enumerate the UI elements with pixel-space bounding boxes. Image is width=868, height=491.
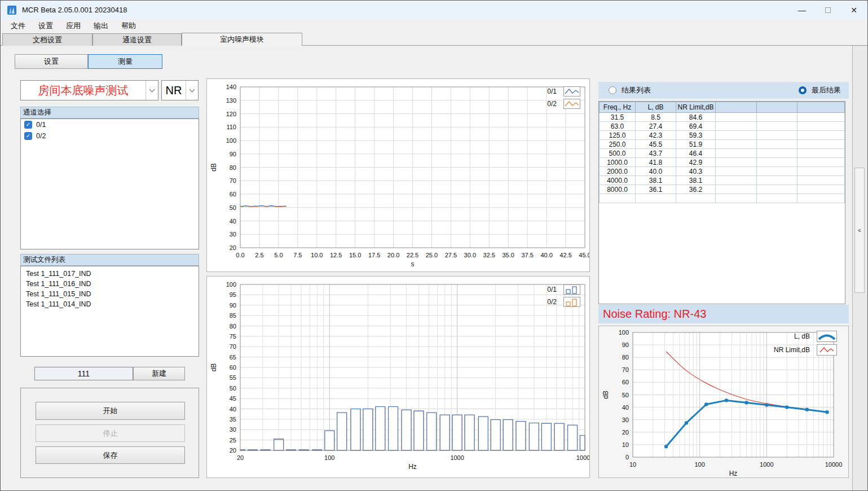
table-cell (797, 149, 845, 158)
table-cell (600, 194, 636, 203)
test-type-select[interactable]: 房间本底噪声测试 (20, 80, 158, 100)
bar-0/1 (440, 415, 450, 450)
minimize-button[interactable]: — (789, 1, 815, 19)
x-axis-tick-label: 17.5 (368, 252, 380, 258)
y-axis-tick-label: 65 (230, 354, 236, 361)
close-button[interactable]: ✕ (841, 1, 867, 19)
menu-apply[interactable]: 应用 (60, 19, 86, 33)
table-cell: 250.0 (600, 140, 636, 149)
table-row[interactable] (600, 194, 845, 203)
y-axis-label: dB (602, 391, 610, 399)
x-axis-label: s (411, 260, 415, 268)
x-axis-tick-label: 15.0 (349, 252, 361, 258)
legend-item: NR Limit,dB (774, 344, 837, 356)
checkbox-checked-icon[interactable]: ✓ (24, 121, 32, 129)
table-cell (797, 167, 845, 176)
radio-group-last-result[interactable]: 最后结果 (799, 85, 841, 95)
checkbox-checked-icon[interactable]: ✓ (24, 132, 32, 140)
channel-item-0-1[interactable]: ✓ 0/1 (21, 119, 199, 130)
list-item[interactable]: Test 1_111_016_IND (21, 279, 199, 289)
table-cell (757, 149, 797, 158)
table-cell: 59.3 (676, 131, 716, 140)
menu-settings[interactable]: 设置 (33, 19, 59, 33)
new-button[interactable]: 新建 (133, 367, 185, 380)
table-cell (757, 113, 797, 122)
legend-swatch-line-icon (817, 344, 837, 356)
table-row[interactable]: 500.043.746.4 (600, 149, 845, 158)
data-point-marker (704, 402, 708, 406)
y-axis-tick-label: 10 (622, 441, 629, 448)
table-cell: 36.1 (636, 185, 676, 194)
radio-group-results-list[interactable]: 结果列表 (609, 85, 651, 95)
table-row[interactable]: 8000.036.136.2 (600, 185, 845, 194)
table-cell: 1000.0 (600, 158, 636, 167)
tab-channel-settings[interactable]: 通道设置 (92, 33, 182, 46)
save-button[interactable]: 保存 (36, 446, 185, 464)
table-cell (676, 194, 716, 203)
x-axis-tick-label: 45.0 (579, 252, 589, 258)
table-row[interactable]: 4000.038.138.1 (600, 176, 845, 185)
list-item[interactable]: Test 1_111_015_IND (21, 289, 199, 299)
y-axis-tick-label: 30 (230, 231, 236, 238)
table-cell (716, 158, 757, 167)
table-header-cell (716, 102, 757, 113)
bar-0/1 (503, 420, 513, 450)
y-axis-tick-label: 30 (622, 417, 629, 423)
start-button[interactable]: 开始 (36, 402, 185, 420)
collapse-panel-handle[interactable]: < (854, 168, 865, 293)
table-cell (716, 113, 757, 122)
bar-0/1 (529, 423, 539, 451)
spectrum-chart-legend: 0/10/2 (547, 284, 580, 307)
table-cell (797, 185, 845, 194)
table-row[interactable]: 250.045.551.9 (600, 140, 845, 149)
test-file-list: Test 1_111_017_IND Test 1_111_016_IND Te… (20, 266, 199, 357)
tab-indoor-noise-module[interactable]: 室内噪声模块 (182, 33, 302, 46)
table-header-cell (797, 102, 845, 113)
legend-item: 0/2 (547, 296, 580, 307)
x-axis-tick-label: 22.5 (407, 252, 418, 258)
test-name-field[interactable]: 111 (34, 367, 133, 380)
menu-file[interactable]: 文件 (5, 19, 31, 33)
chevron-down-icon (190, 86, 195, 92)
table-cell: 40.3 (676, 167, 716, 176)
table-cell (797, 140, 845, 149)
radio-unselected-icon[interactable] (609, 86, 616, 94)
channel-item-0-2[interactable]: ✓ 0/2 (21, 130, 199, 142)
y-axis-tick-label: 80 (622, 354, 629, 361)
y-axis-tick-label: 90 (622, 341, 629, 348)
rating-dropdown-button[interactable] (186, 81, 198, 100)
subtab-settings[interactable]: 设置 (15, 54, 88, 69)
y-axis-tick-label: 60 (230, 191, 236, 198)
data-point-marker (725, 398, 728, 402)
menu-output[interactable]: 输出 (88, 19, 114, 33)
radio-selected-icon[interactable] (799, 86, 807, 94)
time-history-chart-panel: 20304050607080901001101201301400.02.55.0… (206, 78, 590, 272)
list-item[interactable]: Test 1_111_017_IND (21, 269, 199, 279)
rating-select[interactable]: NR (161, 80, 199, 100)
subtab-measure[interactable]: 测量 (88, 54, 162, 69)
data-point-marker (825, 410, 829, 414)
table-row[interactable]: 31.58.584.6 (600, 113, 845, 122)
y-axis-tick-label: 70 (622, 366, 629, 373)
x-axis-tick-label: 5.0 (274, 252, 283, 258)
table-row[interactable]: 2000.040.040.3 (600, 167, 845, 176)
table-row[interactable]: 125.042.359.3 (600, 131, 845, 140)
test-type-dropdown-button[interactable] (146, 81, 158, 100)
y-axis-tick-label: 50 (230, 204, 236, 211)
legend-item: 0/1 (547, 284, 580, 295)
y-axis-tick-label: 85 (230, 312, 236, 319)
table-row[interactable]: 63.027.469.4 (600, 122, 845, 131)
table-row[interactable]: 1000.041.842.9 (600, 158, 845, 167)
x-axis-tick-label: 10000 (576, 454, 589, 461)
app-window: MCR Beta 2.05.0.001 20230418 — ✕ 文件 设置 应… (0, 0, 868, 491)
bar-0/1 (337, 413, 347, 450)
table-cell: 46.4 (676, 149, 716, 158)
y-axis-tick-label: 25 (230, 437, 236, 444)
list-item[interactable]: Test 1_111_014_IND (21, 299, 199, 309)
spectrum-chart-panel: 2025303540455055606570758085909510020100… (206, 276, 590, 478)
right-splitter: < (852, 46, 867, 490)
menu-help[interactable]: 帮助 (116, 19, 142, 33)
maximize-button[interactable] (815, 1, 841, 19)
y-axis-tick-label: 35 (230, 416, 236, 423)
tab-document-settings[interactable]: 文档设置 (2, 33, 92, 46)
